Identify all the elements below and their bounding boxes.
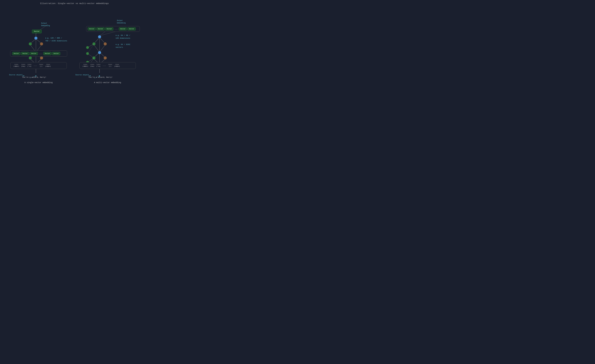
svg-line-52 xyxy=(87,44,94,48)
token-1: token (<BOS>) xyxy=(13,63,20,68)
svg-line-34 xyxy=(94,37,99,43)
multi-token-1: token (<BOS>) xyxy=(81,63,89,68)
diagrams-area: Vector Output Embedding e.g. 128 / 300 /… xyxy=(0,5,149,85)
svg-line-30 xyxy=(99,52,105,58)
page-title: Illustration: Single-vector vs multi-vec… xyxy=(0,0,149,5)
multi-output-vector-row: Vector Vector Vector ... Vector Vector xyxy=(86,26,140,32)
multi-token-row: token (<BOS>) token (You) token ('re) ..… xyxy=(79,62,136,69)
svg-point-45 xyxy=(92,42,96,46)
main-container: Illustration: Single-vector vs multi-vec… xyxy=(0,0,149,85)
svg-line-54 xyxy=(87,44,94,54)
multi-source-label: Source object xyxy=(75,74,89,76)
svg-line-35 xyxy=(99,37,105,43)
single-source-text: You're a wizard, Harry! xyxy=(22,76,46,78)
multi-output-embedding-label: Output Embedding xyxy=(117,19,126,24)
multi-source-text: You're a wizard, Harry! xyxy=(89,76,113,78)
svg-line-9 xyxy=(36,39,42,43)
multi-dimension-note: e.g. 64 / 96 / 128 dimensions xyxy=(116,34,130,40)
svg-line-8 xyxy=(30,39,36,43)
single-vector-subtitle: A single-vector embedding xyxy=(24,82,53,84)
multi-vec-3: Vector xyxy=(105,27,113,30)
single-output-embedding-label: Output Embedding xyxy=(41,22,50,27)
token-2: token (You) xyxy=(20,63,26,68)
svg-line-53 xyxy=(87,54,94,58)
svg-line-29 xyxy=(94,52,99,58)
multi-token-2: token (You) xyxy=(89,63,95,68)
multi-vec-2: Vector xyxy=(96,27,105,30)
single-source-label: Source object xyxy=(9,74,23,76)
svg-point-15 xyxy=(40,56,43,60)
multi-token-4: token (!) xyxy=(107,63,113,68)
svg-marker-25 xyxy=(24,75,24,76)
token-dots: ... xyxy=(33,64,38,67)
vector-dots: ... xyxy=(38,53,42,55)
single-dimension-note: e.g. 128 / 300 / 768 / 1536 dimensions xyxy=(45,37,67,42)
multi-vec-1: Vector xyxy=(88,27,96,30)
multi-token-5: token (<EOS>) xyxy=(113,63,121,68)
single-token-row: token (<BOS>) token (You) token ('re) ..… xyxy=(10,62,67,69)
svg-point-46 xyxy=(104,42,107,46)
single-vector-svg xyxy=(7,6,71,85)
vector-box-1: Vector xyxy=(12,52,21,55)
svg-point-47 xyxy=(86,46,89,49)
multi-source-arrow xyxy=(88,75,91,77)
svg-point-49 xyxy=(98,35,101,38)
token-3: token ('re) xyxy=(26,63,33,68)
multi-token-dots: ... xyxy=(102,64,107,67)
svg-line-33 xyxy=(99,45,105,52)
svg-line-50 xyxy=(87,58,94,62)
vector-box-3: Vector xyxy=(30,52,38,55)
vector-box-5: Vector xyxy=(52,52,60,55)
vector-box-4: Vector xyxy=(43,52,52,55)
svg-marker-58 xyxy=(90,75,91,76)
svg-point-19 xyxy=(29,42,32,46)
svg-point-40 xyxy=(92,56,96,60)
svg-point-14 xyxy=(29,56,32,60)
svg-line-32 xyxy=(94,45,99,52)
multi-vec-4: Vector xyxy=(119,27,127,30)
multi-vec-5: Vector xyxy=(128,27,136,30)
multi-vector-subtitle: A multi-vector embedding xyxy=(94,82,121,84)
multi-token-3: token ('re) xyxy=(95,63,102,68)
multi-vec-dots: ... xyxy=(114,28,118,30)
multi-vector-svg xyxy=(73,6,142,85)
multi-vector-count-note: e.g. 64 / 8192 vectors xyxy=(116,43,130,49)
single-output-vector: Vector xyxy=(32,30,42,33)
vector-box-2: Vector xyxy=(21,52,29,55)
token-5: token (<EOS>) xyxy=(44,63,52,68)
svg-point-20 xyxy=(40,42,43,46)
svg-point-48 xyxy=(86,52,89,55)
svg-point-44 xyxy=(98,51,101,54)
token-4: token (!) xyxy=(38,63,44,68)
single-source-arrow xyxy=(22,75,25,77)
multi-vector-diagram: Vector Vector Vector ... Vector Vector O… xyxy=(73,6,142,85)
svg-point-21 xyxy=(34,36,37,40)
single-vector-diagram: Vector Output Embedding e.g. 128 / 300 /… xyxy=(7,6,71,85)
single-vector-row: Vector Vector Vector ... Vector Vector xyxy=(10,50,67,57)
svg-point-41 xyxy=(104,56,107,60)
